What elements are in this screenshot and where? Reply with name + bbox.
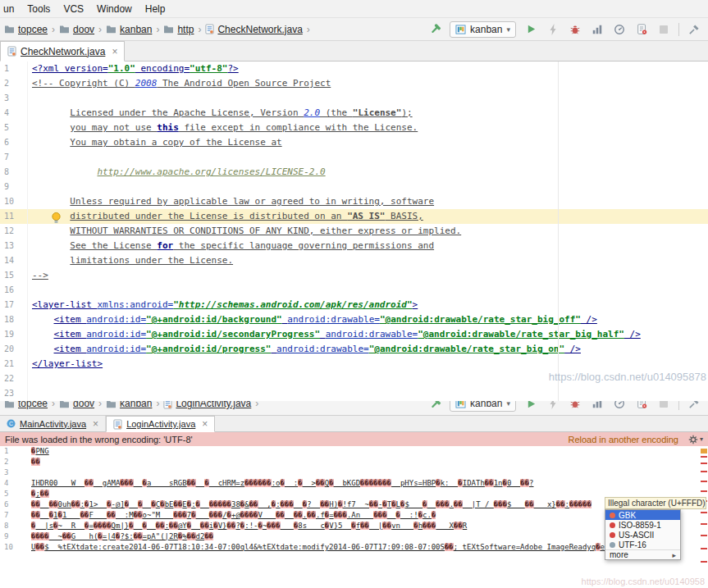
breadcrumb-item[interactable]: doov <box>59 24 94 35</box>
encoding-option-more[interactable]: more▸ <box>605 549 680 559</box>
run-button[interactable] <box>523 22 538 37</box>
menu-item-tools[interactable]: Tools <box>21 3 57 15</box>
code-token: <?xml version= <box>32 63 108 74</box>
breadcrumb-item[interactable]: topcee <box>4 401 48 409</box>
close-icon[interactable]: × <box>93 418 98 430</box>
line-number: 21 <box>0 357 28 371</box>
error-stripe-mark[interactable] <box>701 490 707 492</box>
debug-button[interactable] <box>568 401 582 411</box>
code-token: $ %tEXtdate:create2014-06-07T18:10:34-07… <box>44 543 445 551</box>
apply-changes-button[interactable] <box>546 22 560 37</box>
tab-loginactivity-java[interactable]: LoginActivity.java× <box>106 416 215 432</box>
close-icon[interactable]: × <box>202 418 208 430</box>
banner-settings-button[interactable]: ▾ <box>688 435 703 444</box>
tab-checknetwork-java[interactable]: CheckNetwork.java× <box>0 41 125 62</box>
code-token <box>285 511 294 519</box>
indent <box>32 226 70 236</box>
stop-button[interactable] <box>656 401 671 411</box>
code-token: "@android:drawable/rate_star_big_off" <box>380 314 581 325</box>
invalid-char: ���� <box>240 511 258 519</box>
menu-item-vcs[interactable]: VCS <box>57 3 90 15</box>
code-token: ? <box>235 522 240 530</box>
tab-mainactivity-java[interactable]: CMainActivity.java× <box>0 416 106 431</box>
coverage-button[interactable] <box>590 22 605 37</box>
menu-item-un[interactable]: un <box>0 3 21 15</box>
error-stripe-mark[interactable] <box>701 523 707 525</box>
menu-item-window[interactable]: Window <box>90 3 139 15</box>
navigation-bar: topcee›doov›kanban›http›CheckNetwork.jav… <box>0 18 708 41</box>
menu-item-help[interactable]: Help <box>139 3 172 15</box>
error-stripe-mark[interactable] <box>701 456 707 458</box>
chevron-right-icon: › <box>52 401 55 409</box>
profiler-button[interactable] <box>612 401 627 411</box>
code-token <box>40 511 49 519</box>
code-token: ?> <box>227 63 238 74</box>
error-stripe-mark[interactable] <box>701 463 707 464</box>
invalid-char: ��� <box>436 500 449 508</box>
code-line: 1<?xml version="1.0" encoding="utf-8"?> <box>0 62 708 76</box>
error-stripe-mark[interactable] <box>701 548 707 549</box>
error-stripe-mark[interactable] <box>701 561 707 563</box>
editor-binary[interactable]: 1�PNG2��34IHDR00 W �� gAMA��� �a sRGB�� … <box>0 446 708 588</box>
breadcrumb-item[interactable]: http <box>163 24 194 35</box>
invalid-char: �� <box>107 511 116 519</box>
code-token: : <box>191 500 195 508</box>
run-button[interactable] <box>523 401 538 411</box>
code-token: =pA"(|2R <box>143 532 178 540</box>
error-stripe-mark[interactable] <box>701 449 707 454</box>
reload-encoding-link[interactable]: Reload in another encoding <box>568 435 678 444</box>
encoding-option-utf-16[interactable]: UTF-16 <box>605 540 680 549</box>
encoding-option-us-ascii[interactable]: US-ASCII <box>605 530 680 540</box>
invalid-char: �� <box>307 511 316 519</box>
bug-icon <box>569 401 581 409</box>
code-token: 1 <box>62 511 80 519</box>
profile-run-button[interactable] <box>634 22 649 37</box>
stop-icon <box>659 25 669 34</box>
invalid-char: �� <box>382 522 391 530</box>
breadcrumb-label: topcee <box>18 401 48 409</box>
encoding-banner: File was loaded in the wrong encoding: '… <box>0 432 708 446</box>
more-tools-button[interactable] <box>687 22 701 37</box>
breadcrumb-item[interactable]: topcee <box>4 24 48 35</box>
breadcrumb-file[interactable]: CheckNetwork.java <box>205 24 302 35</box>
breadcrumb-item[interactable]: doov <box>59 401 94 409</box>
tab-bar-bottom: CMainActivity.java×LoginActivity.java× <box>0 416 708 432</box>
breadcrumb-item[interactable]: kanban <box>106 401 152 409</box>
debug-button[interactable] <box>568 22 582 37</box>
run-config-select[interactable]: kanban▾ <box>450 21 516 38</box>
breadcrumb-label: kanban <box>120 401 152 409</box>
code-token: +@ <box>231 511 240 519</box>
coverage-button[interactable] <box>590 401 605 411</box>
code-token: 0uh <box>58 500 71 508</box>
line-number: 22 <box>0 371 28 386</box>
error-stripe-mark[interactable] <box>701 512 707 513</box>
apply-changes-button[interactable] <box>546 401 560 411</box>
build-button[interactable] <box>427 22 442 37</box>
encoding-option-gbk[interactable]: GBK <box>605 510 680 520</box>
editor-xml[interactable]: 1<?xml version="1.0" encoding="utf-8"?>2… <box>0 62 708 401</box>
more-tools-button[interactable] <box>687 401 701 411</box>
code-token: PNG <box>35 447 48 455</box>
profile-run-button[interactable] <box>634 401 649 411</box>
close-icon[interactable]: × <box>112 46 117 57</box>
breadcrumb-item[interactable]: kanban <box>106 24 152 35</box>
code-token <box>427 500 436 508</box>
build-button[interactable] <box>427 401 442 411</box>
encoding-option-iso-8859-1[interactable]: ISO-8859-1 <box>605 520 680 530</box>
code-line: 2�� <box>0 457 708 467</box>
error-stripe-mark[interactable] <box>701 471 707 472</box>
line-number: 3 <box>0 467 28 478</box>
code-token <box>196 511 209 519</box>
code-token: d2 <box>196 532 205 540</box>
run-config-select[interactable]: kanban▾ <box>450 401 516 412</box>
error-stripe-mark[interactable] <box>701 535 707 536</box>
profiler-button[interactable] <box>612 22 627 37</box>
error-stripe-mark[interactable] <box>701 481 707 482</box>
stop-button[interactable] <box>656 22 671 37</box>
code-token: android:drawable= <box>287 314 380 325</box>
intention-bulb-icon[interactable] <box>51 212 62 224</box>
code-token: "@+android:id/progress" <box>146 344 271 354</box>
chevron-down-icon: ▾ <box>506 25 510 34</box>
code-token: & <box>244 500 249 508</box>
breadcrumb-file[interactable]: LoginActivity.java <box>163 401 251 409</box>
